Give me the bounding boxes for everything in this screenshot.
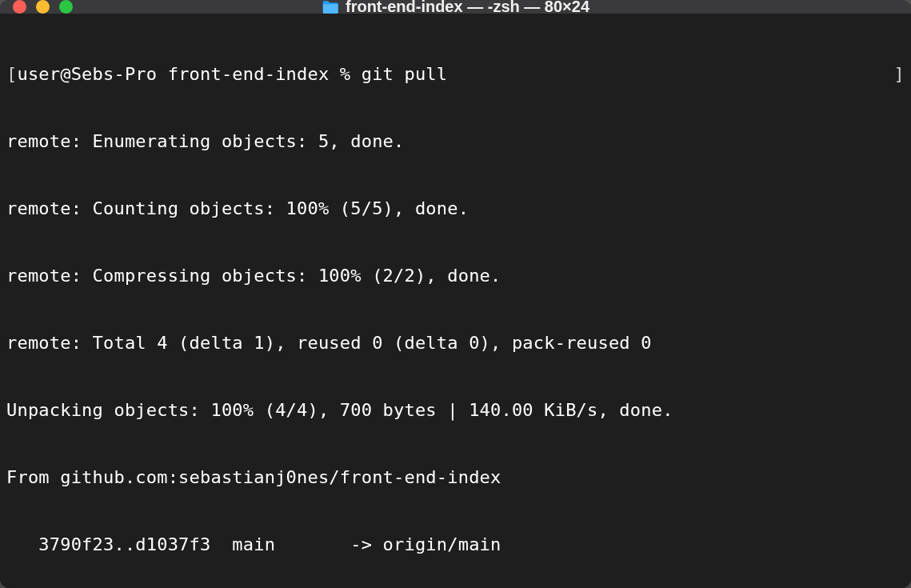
folder-icon [322, 0, 339, 15]
output-line: From github.com:sebastianj0nes/front-end… [6, 466, 905, 489]
output-line: 3790f23..d1037f3 main -> origin/main [6, 534, 905, 556]
command-text: git pull [362, 64, 448, 84]
bracket-open: [ [6, 64, 17, 84]
close-button[interactable] [13, 0, 26, 14]
maximize-button[interactable] [59, 0, 73, 14]
output-line: remote: Total 4 (delta 1), reused 0 (del… [6, 332, 905, 354]
terminal-window: front-end-index — -zsh — 80×24 [user@Seb… [0, 0, 911, 588]
traffic-lights [13, 0, 73, 14]
minimize-button[interactable] [36, 0, 50, 14]
prompt-text: user@Sebs-Pro front-end-index % [17, 64, 361, 84]
output-line: remote: Counting objects: 100% (5/5), do… [6, 198, 905, 220]
terminal-body[interactable]: [user@Sebs-Pro front-end-index % git pul… [0, 14, 911, 588]
titlebar[interactable]: front-end-index — -zsh — 80×24 [0, 0, 911, 14]
output-line: remote: Compressing objects: 100% (2/2),… [6, 265, 905, 287]
output-line: remote: Enumerating objects: 5, done. [6, 130, 905, 153]
output-line: Unpacking objects: 100% (4/4), 700 bytes… [6, 399, 905, 422]
prompt-line-1: [user@Sebs-Pro front-end-index % git pul… [6, 63, 905, 86]
bracket-close: ] [894, 63, 905, 86]
